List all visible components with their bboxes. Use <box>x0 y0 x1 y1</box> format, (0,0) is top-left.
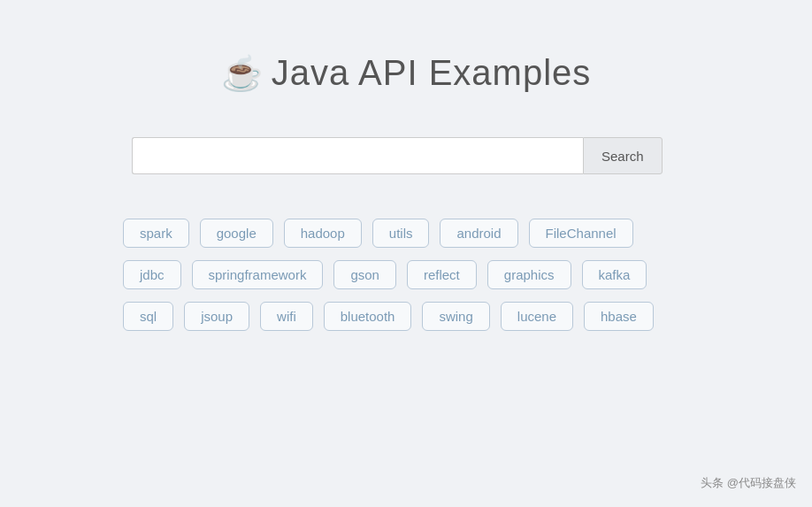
tags-row-3: sql jsoup wifi bluetooth swing lucene hb… <box>123 302 654 331</box>
tag-swing[interactable]: swing <box>422 302 489 331</box>
search-input[interactable] <box>132 137 583 174</box>
tag-graphics[interactable]: graphics <box>487 260 571 289</box>
tags-row-2: jdbc springframework gson reflect graphi… <box>123 260 647 289</box>
tag-utils[interactable]: utils <box>372 219 430 248</box>
search-button[interactable]: Search <box>583 137 663 174</box>
tag-lucene[interactable]: lucene <box>501 302 573 331</box>
tag-hadoop[interactable]: hadoop <box>284 219 362 248</box>
tag-filechannel[interactable]: FileChannel <box>529 219 633 248</box>
tag-bluetooth[interactable]: bluetooth <box>324 302 412 331</box>
tag-wifi[interactable]: wifi <box>260 302 313 331</box>
header: ☕ Java API Examples <box>221 53 592 93</box>
tag-jsoup[interactable]: jsoup <box>184 302 249 331</box>
coffee-icon: ☕ <box>221 54 263 93</box>
tag-android[interactable]: android <box>440 219 517 248</box>
page-container: ☕ Java API Examples Search spark google … <box>0 0 812 507</box>
tags-container: spark google hadoop utils android FileCh… <box>123 219 689 331</box>
tag-hbase[interactable]: hbase <box>584 302 654 331</box>
tag-spark[interactable]: spark <box>123 219 189 248</box>
search-container: Search <box>132 137 680 174</box>
tag-gson[interactable]: gson <box>333 260 396 289</box>
tag-jdbc[interactable]: jdbc <box>123 260 181 289</box>
tag-reflect[interactable]: reflect <box>407 260 477 289</box>
tags-row-1: spark google hadoop utils android FileCh… <box>123 219 633 248</box>
watermark: 头条 @代码接盘侠 <box>701 475 796 491</box>
tag-google[interactable]: google <box>200 219 273 248</box>
tag-springframework[interactable]: springframework <box>192 260 324 289</box>
tag-sql[interactable]: sql <box>123 302 173 331</box>
tag-kafka[interactable]: kafka <box>582 260 647 289</box>
page-title: Java API Examples <box>272 53 592 93</box>
